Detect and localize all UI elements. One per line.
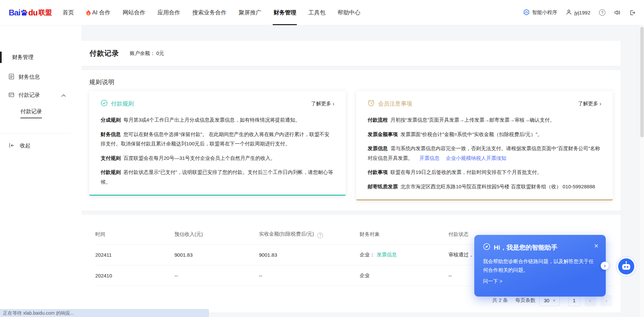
- collapse-icon: [9, 143, 15, 149]
- assistant-header: Hi，我是您的智能助手: [483, 243, 597, 252]
- miniapp-label: 智能小程序: [532, 9, 557, 16]
- help-icon[interactable]: ?: [599, 9, 605, 16]
- scrollbar-thumb[interactable]: [640, 27, 644, 137]
- sidebar: 财务管理 财务信息 付款记录 付款记录 收起: [0, 25, 82, 317]
- card-header: 付款规则 了解更多 ›: [101, 100, 334, 108]
- total-count: 共 2 条: [492, 297, 508, 304]
- collapse-assistant-handle[interactable]: ›: [601, 262, 609, 270]
- card-header: 会员注意事项 了解更多 ›: [368, 100, 601, 108]
- cell-actual: 9001.83: [259, 244, 360, 265]
- sidebar-item-finance-info[interactable]: 财务信息: [8, 73, 82, 81]
- flame-icon: [86, 10, 91, 15]
- rule-item: 付款流程月初按“发票信息”页面开具发票→上传发票→邮寄发票→审核→确认支付。: [368, 115, 601, 125]
- cell-entity: 企业: [360, 265, 448, 286]
- rule-cards: 付款规则 了解更多 › 分成规则每月第3或4个工作日产出上月分成信息及发票信息，…: [89, 91, 613, 200]
- rule-item: 财务信息您可以在财务信息中选择“保留付款”。 在此期间您产生的收入将在账户内进行…: [101, 130, 334, 149]
- sidebar-item-payment-records[interactable]: 付款记录: [8, 91, 82, 99]
- rule-item: 发票信息需与系统内发票信息内容完全一致，否则无法支付。请根据发票信息页面中“百度…: [368, 144, 601, 163]
- nav-label: AI 合作: [92, 9, 111, 16]
- col-actual-amount: 实收金额(扣除税费后/元) ?: [259, 224, 360, 244]
- chevron-left-icon: ‹: [589, 297, 591, 304]
- nav-item-app-cooperation[interactable]: 应用合作: [151, 0, 186, 25]
- logout-icon[interactable]: [629, 10, 635, 16]
- nav-item-juping-promotion[interactable]: 聚屏推广: [232, 0, 267, 25]
- cell-entity: 企业：发票信息: [360, 244, 448, 265]
- collapse-label: 收起: [20, 142, 31, 149]
- close-icon[interactable]: ×: [594, 242, 598, 250]
- baidu-union-logo[interactable]: Bai du 联盟: [9, 8, 52, 17]
- cell-actual: --: [259, 265, 360, 286]
- nav-item-search-cooperation[interactable]: 搜索业务合作: [186, 0, 232, 25]
- rule-item: 分成规则每月第3或4个工作日产出上月分成信息及发票信息，如有特殊情况将提前通知。: [101, 115, 334, 125]
- logo-text-bai: Bai: [9, 8, 20, 17]
- ask-button[interactable]: 问一下 >: [483, 278, 597, 284]
- cell-time: 202411: [95, 244, 174, 265]
- learn-more-link[interactable]: 了解更多 ›: [578, 101, 601, 107]
- rule-item: 付款规则若付款状态显示“已支付”，说明联盟已安排了您的付款。支付后三个工作日内到…: [101, 168, 334, 187]
- collapse-sidebar-button[interactable]: 收起: [9, 142, 82, 149]
- logo-text-du: du: [28, 8, 37, 17]
- assistant-title: Hi，我是您的智能助手: [494, 243, 557, 252]
- learn-more-link[interactable]: 了解更多 ›: [311, 101, 334, 107]
- nav-item-home[interactable]: 首页: [57, 0, 80, 25]
- per-page-label: 每页条数: [515, 297, 535, 304]
- robot-avatar[interactable]: [616, 256, 637, 277]
- document-icon: [8, 73, 14, 81]
- scrollbar-track[interactable]: [640, 25, 644, 317]
- username: jyj1992: [574, 10, 590, 15]
- balance-label: 账户余额：: [130, 50, 155, 56]
- sidebar-subitem-payment-records[interactable]: 付款记录: [20, 108, 42, 118]
- help-tooltip-icon[interactable]: ?: [317, 233, 323, 238]
- card-title: 付款规则: [111, 100, 134, 108]
- nav-label: 应用合作: [157, 9, 180, 16]
- page-title: 付款记录: [90, 49, 119, 58]
- chevron-up-icon[interactable]: [61, 94, 66, 97]
- nav-label: 聚屏推广: [238, 9, 261, 16]
- card-body: 付款流程月初按“发票信息”页面开具发票→上传发票→邮寄发票→审核→确认支付。 发…: [368, 115, 601, 191]
- nav-item-ai-cooperation[interactable]: AI 合作: [80, 0, 117, 25]
- topnav-right: 智能小程序 jyj1992 ?: [523, 9, 635, 16]
- account-balance: 账户余额：0元: [130, 50, 164, 57]
- top-nav: Bai du 联盟 首页 AI 合作 网站合作 应用合作 搜索业务合作 聚屏推广…: [0, 0, 644, 25]
- nav-label: 网站合作: [122, 9, 145, 16]
- user-icon: [566, 9, 572, 16]
- status-text: 正在等待 xlab.baidu.com 的响应...: [3, 310, 74, 316]
- baidu-paw-icon: [20, 9, 28, 16]
- browser-status-toast: 正在等待 xlab.baidu.com 的响应...: [0, 309, 209, 317]
- page-header: 付款记录 账户余额：0元: [82, 41, 621, 66]
- chevron-right-icon: ›: [599, 101, 601, 107]
- chevron-right-icon: ›: [332, 101, 334, 107]
- logo-text-union: 联盟: [39, 8, 52, 17]
- announcement-icon[interactable]: [614, 10, 621, 15]
- balance-value: 0元: [156, 50, 164, 56]
- nav-item-help-center[interactable]: 帮助中心: [331, 0, 366, 25]
- smart-miniapp-entry[interactable]: 智能小程序: [523, 9, 557, 16]
- user-account[interactable]: jyj1992: [566, 9, 590, 16]
- nav-item-finance-management[interactable]: 财务管理: [267, 0, 302, 25]
- nav-label: 搜索业务合作: [192, 9, 226, 16]
- rules-section: 规则说明 付款规则 了解更多 › 分成规则每: [82, 70, 621, 210]
- sidebar-section-label: 财务管理: [12, 54, 34, 61]
- member-notes-icon: [368, 100, 375, 108]
- sidebar-divider: [0, 133, 71, 133]
- sidebar-section-finance-management[interactable]: 财务管理: [0, 52, 82, 63]
- main-nav: 首页 AI 合作 网站合作 应用合作 搜索业务合作 聚屏推广 财务管理 工具包 …: [57, 0, 367, 25]
- small-taxpayer-notice-link[interactable]: 企业小规模纳税人开票须知: [446, 155, 506, 161]
- rules-section-title: 规则说明: [89, 78, 613, 86]
- nav-label: 工具包: [308, 9, 325, 16]
- rule-item: 邮寄纸质发票北京市海淀区西北旺东路10号院百度科技园5号楼 百度联盟财务组（收）…: [368, 182, 601, 192]
- cell-time: 202410: [95, 265, 174, 286]
- nav-item-toolkit[interactable]: 工具包: [302, 0, 331, 25]
- compass-icon: [483, 243, 490, 252]
- nav-item-website-cooperation[interactable]: 网站合作: [116, 0, 151, 25]
- sidebar-item-label: 财务信息: [18, 74, 40, 81]
- active-section-indicator: [0, 52, 2, 63]
- cell-estimated: --: [174, 265, 259, 286]
- rule-item: 发票金额事项发票票面“价税合计”金额=系统中“实收金额（扣除税费后/元）”。: [368, 130, 601, 139]
- chevron-right-icon: ›: [605, 297, 607, 304]
- invoice-info-link[interactable]: 发票信息: [377, 252, 397, 257]
- invoice-info-link[interactable]: 开票信息: [419, 155, 439, 161]
- rule-item: 支付规则百度联盟会在每月20号—31号支付企业会员上个自然月产生的收入。: [101, 153, 334, 163]
- col-time: 时间: [95, 224, 174, 244]
- cell-estimated: 9001.83: [174, 244, 259, 265]
